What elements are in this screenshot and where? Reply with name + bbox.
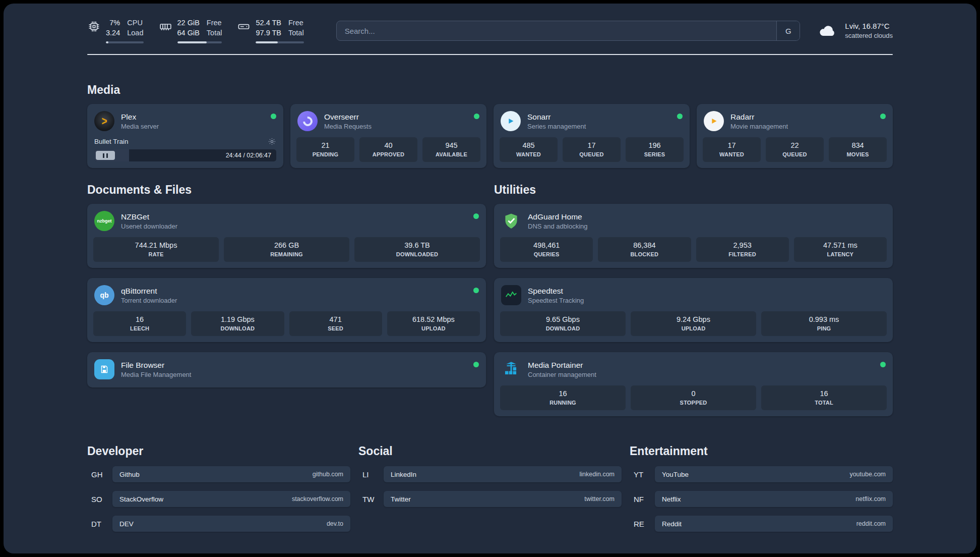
stat-value: 9.65 Gbps	[502, 315, 624, 323]
disk-free-value: 52.4 TB	[256, 18, 281, 28]
stat-value: 22	[768, 141, 822, 149]
stat-label: STOPPED	[633, 400, 754, 406]
service-name: Media Portainer	[528, 360, 596, 370]
stat-tile: 266 GB REMAINING	[224, 237, 349, 262]
service-card-plex[interactable]: Plex Media server Bullet Train	[87, 104, 283, 168]
stat-value: 16	[95, 315, 184, 323]
pause-button[interactable]	[96, 151, 115, 160]
memory-total-value: 64 GiB	[177, 28, 200, 38]
stat-value: 16	[502, 389, 624, 398]
service-card-filebrowser[interactable]: File Browser Media File Management	[87, 352, 486, 387]
memory-free-label: Free	[207, 18, 222, 28]
stat-label: MOVIES	[831, 151, 885, 157]
section-utilities: Utilities AdGuard Home	[494, 183, 893, 416]
disk-free-label: Free	[288, 18, 304, 28]
memory-progress-bar	[177, 41, 222, 43]
service-subtitle: Media File Management	[121, 371, 191, 378]
stat-tile: 17 QUEUED	[563, 137, 621, 162]
stat-tile: 22 QUEUED	[766, 137, 824, 162]
service-card-sonarr[interactable]: Sonarr Series management 485 WANTED	[494, 104, 690, 168]
bookmark-link[interactable]: GH Github github.com	[87, 466, 350, 482]
service-card-adguard[interactable]: AdGuard Home DNS and adblocking 498,461 …	[494, 204, 893, 268]
service-name: Overseerr	[324, 112, 372, 122]
playback-time: 24:44 / 02:06:47	[226, 152, 271, 159]
service-subtitle: Media Requests	[324, 123, 372, 130]
stat-value: 945	[424, 141, 478, 149]
stat-tile: 485 WANTED	[500, 137, 558, 162]
stat-label: UPLOAD	[389, 325, 478, 331]
bookmark-group-entertainment: Entertainment YT YouTube youtube.com	[630, 444, 893, 540]
status-dot	[271, 114, 276, 119]
cpu-progress-bar	[106, 41, 144, 43]
stat-label: AVAILABLE	[424, 151, 478, 157]
stat-tile: 744.21 Mbps RATE	[93, 237, 219, 262]
bookmark-name: DEV	[119, 520, 134, 528]
service-card-speedtest[interactable]: Speedtest Speedtest Tracking 9.65 Gbps D…	[494, 278, 893, 342]
service-card-qbittorrent[interactable]: qb qBittorrent Torrent downloader	[87, 278, 486, 342]
stat-tile: 2,953 FILTERED	[696, 237, 789, 262]
stat-label: TOTAL	[763, 400, 885, 406]
service-name: Speedtest	[528, 286, 584, 296]
stat-label: PENDING	[298, 151, 352, 157]
stat-tile: 21 PENDING	[296, 137, 354, 162]
search-input[interactable]	[337, 21, 777, 40]
service-card-radarr[interactable]: Radarr Movie management 17 WANTED	[697, 104, 893, 168]
filebrowser-icon	[94, 359, 114, 379]
status-dot	[474, 114, 479, 119]
service-card-portainer[interactable]: Media Portainer Container management 16 …	[494, 352, 893, 416]
stat-tile: 9.24 Gbps UPLOAD	[631, 311, 756, 336]
stat-label: QUEUED	[768, 151, 822, 157]
status-dot	[880, 114, 886, 119]
bookmark-group-social: Social LI LinkedIn linkedin.com	[358, 444, 622, 540]
plex-now-playing-widget: Bullet Train 24:44 / 02:06:4	[93, 137, 277, 161]
stat-value: 266 GB	[226, 241, 347, 249]
bookmark-link[interactable]: RE Reddit reddit.com	[630, 516, 893, 532]
playback-progress-bar[interactable]: 24:44 / 02:06:47	[94, 149, 276, 161]
service-name: Radarr	[730, 112, 788, 122]
stat-label: WANTED	[502, 151, 556, 157]
service-card-overseerr[interactable]: Overseerr Media Requests 21 PENDING	[290, 104, 486, 168]
service-card-nzbget[interactable]: nzbget NZBGet Usenet downloader	[87, 204, 486, 268]
gear-icon[interactable]	[268, 137, 276, 146]
search-provider-button[interactable]: G	[776, 21, 800, 40]
stat-value: 86,384	[600, 241, 689, 249]
documents-section-title: Documents & Files	[87, 183, 486, 197]
stats-row: 16 LEECH 1.19 Gbps DOWNLOAD 47	[93, 311, 480, 336]
service-subtitle: Speedtest Tracking	[528, 297, 584, 304]
bookmark-link[interactable]: LI LinkedIn linkedin.com	[358, 466, 622, 482]
disk-icon	[237, 20, 251, 33]
stat-label: WANTED	[705, 151, 759, 157]
service-subtitle: Usenet downloader	[121, 222, 177, 230]
bookmark-domain: stackoverflow.com	[292, 495, 343, 503]
bookmark-link[interactable]: YT YouTube youtube.com	[630, 466, 893, 482]
status-dot	[473, 213, 479, 219]
bookmark-name: Netflix	[662, 495, 681, 503]
utilities-section-title: Utilities	[494, 183, 893, 197]
bookmark-domain: reddit.com	[856, 520, 886, 527]
status-dot	[473, 362, 479, 367]
bookmark-group-title: Developer	[87, 444, 350, 458]
stat-value: 47.571 ms	[796, 241, 885, 249]
stat-label: SEED	[291, 325, 380, 331]
stat-value: 0	[633, 389, 754, 398]
bookmark-link[interactable]: TW Twitter twitter.com	[358, 491, 622, 507]
qbittorrent-icon: qb	[94, 285, 114, 305]
service-name: qBittorrent	[121, 286, 177, 296]
stat-tile: 9.65 Gbps DOWNLOAD	[500, 311, 626, 336]
plex-icon	[94, 111, 114, 131]
weather-widget: Lviv, 16.87°C scattered clouds	[817, 21, 893, 40]
stat-tile: 196 SERIES	[626, 137, 684, 162]
bookmark-link[interactable]: NF Netflix netflix.com	[630, 491, 893, 507]
bookmark-link[interactable]: SO StackOverflow stackoverflow.com	[87, 491, 350, 507]
stat-label: LATENCY	[796, 251, 885, 257]
service-name: Sonarr	[527, 112, 586, 122]
stat-label: FILTERED	[698, 251, 787, 257]
section-documents: Documents & Files nzbget NZBGet Usenet d…	[87, 183, 486, 387]
cloud-icon	[817, 23, 838, 38]
service-subtitle: Series management	[527, 123, 586, 130]
stats-row: 21 PENDING 40 APPROVED 945 AVAILAB	[296, 137, 480, 162]
stat-tile: 16 TOTAL	[761, 385, 887, 410]
stat-value: 498,461	[502, 241, 591, 249]
bookmark-link[interactable]: DT DEV dev.to	[87, 516, 350, 532]
stat-tile: 945 AVAILABLE	[422, 137, 480, 162]
